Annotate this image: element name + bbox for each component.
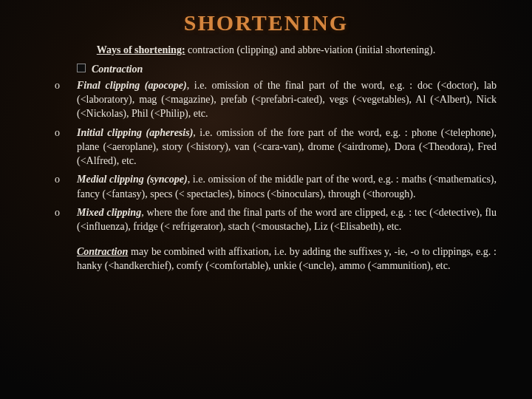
list-item: Medial clipping (syncope), i.e. omission… [55,172,497,201]
list-item: Final clipping (apocope), i.e. omission … [55,78,497,121]
term-initial-clipping: Initial clipping (apheresis) [77,127,193,138]
lead-label: Ways of shortening: [97,44,185,55]
page-title: SHORTENING [35,10,497,35]
term-mixed-clipping: Mixed clipping [77,207,141,218]
slide: SHORTENING Ways of shortening: contracti… [0,0,532,399]
lead-line: Ways of shortening: contraction (clippin… [35,43,497,58]
term-contraction-affixation: Contraction [77,246,128,257]
term-medial-clipping: Medial clipping (syncope) [77,174,188,185]
contraction-label: Contraction [92,64,143,75]
square-bullet-icon [77,64,86,72]
tail-text: may be combined with affixation, i.e. by… [77,246,497,271]
clipping-list: Final clipping (apocope), i.e. omission … [35,78,497,234]
term-final-clipping: Final clipping (apocope) [77,80,187,91]
list-item: Mixed clipping, where the fore and the f… [55,205,497,234]
tail-paragraph: Contraction may be combined with affixat… [77,245,497,273]
list-item: Initial clipping (apheresis), i.e. omiss… [55,126,497,168]
lead-rest: contraction (clipping) and abbre-viation… [185,44,436,55]
contraction-subheading: Contraction [77,64,497,75]
